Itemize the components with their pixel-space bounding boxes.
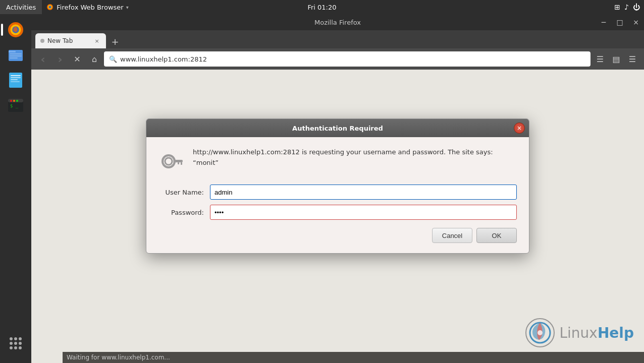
dock-firefox[interactable] <box>4 18 27 41</box>
top-bar: Activities Firefox Web Browser ▾ Fri 01:… <box>0 0 644 14</box>
svg-point-18 <box>10 100 12 102</box>
password-label: Password: <box>158 209 204 216</box>
activities-button[interactable]: Activities <box>0 0 42 14</box>
dialog-body: http://www.linuxhelp1.com:2812 is reques… <box>146 137 529 253</box>
apps-grid-icon <box>10 337 22 349</box>
key-icon-area <box>158 147 185 175</box>
tab-bar: New Tab × + <box>31 30 644 48</box>
bookmarks-icon[interactable]: ☰ <box>593 51 608 67</box>
linuxhelp-icon <box>525 318 555 348</box>
maximize-button[interactable]: □ <box>612 14 628 30</box>
show-applications-button[interactable] <box>4 332 27 355</box>
tab-loading-indicator <box>40 39 44 43</box>
svg-point-2 <box>49 6 51 9</box>
dialog-form: User Name: Password: <box>158 185 517 220</box>
window-controls: ─ □ × <box>596 14 644 30</box>
reader-view-icon[interactable]: ▤ <box>609 51 624 67</box>
svg-point-20 <box>16 100 18 102</box>
dialog-title: Authentication Required <box>292 125 383 132</box>
writer-dock-icon <box>7 71 25 89</box>
dialog-message-area: http://www.linuxhelp1.com:2812 is reques… <box>158 147 517 175</box>
auth-dialog: Authentication Required × <box>146 118 529 254</box>
browser-header: Mozilla Firefox ─ □ × New Tab × <box>31 14 644 70</box>
network-icon[interactable]: ⊞ <box>614 3 620 11</box>
top-bar-right-icons: ⊞ ♪ ⏻ <box>614 3 644 11</box>
firefox-menu-arrow: ▾ <box>126 5 129 10</box>
terminal-dock-icon: $ _ <box>7 96 25 114</box>
firefox-menu-label: Firefox Web Browser <box>57 4 123 11</box>
status-text: Waiting for www.linuxhelp1.com... <box>67 354 170 361</box>
svg-rect-8 <box>10 53 22 54</box>
menu-button[interactable]: ☰ <box>625 51 640 67</box>
svg-rect-10 <box>10 57 18 58</box>
back-button[interactable]: ‹ <box>35 51 50 67</box>
tab-close-button[interactable]: × <box>93 37 101 45</box>
new-tab-button[interactable]: + <box>108 34 122 48</box>
status-bar: Waiting for www.linuxhelp1.com... <box>63 352 644 363</box>
ok-button[interactable]: OK <box>476 228 517 243</box>
firefox-dock-icon <box>7 21 25 39</box>
minimize-button[interactable]: ─ <box>596 14 612 30</box>
svg-rect-7 <box>9 51 16 52</box>
title-bar: Mozilla Firefox ─ □ × <box>31 14 644 30</box>
browser-tab[interactable]: New Tab × <box>35 33 106 48</box>
browser-window: Mozilla Firefox ─ □ × New Tab × <box>31 14 644 363</box>
dock-files[interactable] <box>4 43 27 67</box>
firefox-app-menu[interactable]: Firefox Web Browser ▾ <box>42 0 132 14</box>
linuxhelp-text: LinuxHelp <box>559 325 634 341</box>
svg-text:$ _: $ _ <box>10 103 19 108</box>
volume-icon[interactable]: ♪ <box>624 3 629 11</box>
svg-rect-24 <box>174 160 183 162</box>
dialog-close-button[interactable]: × <box>514 123 525 134</box>
svg-rect-26 <box>178 162 179 164</box>
window-title: Mozilla Firefox <box>314 19 361 26</box>
password-row: Password: <box>158 205 517 220</box>
dialog-titlebar: Authentication Required × <box>146 119 529 137</box>
username-label: User Name: <box>158 189 204 196</box>
app-dock: $ _ <box>0 14 31 363</box>
close-window-button[interactable]: × <box>628 14 644 30</box>
svg-point-23 <box>165 158 172 165</box>
search-icon: 🔍 <box>109 55 117 63</box>
tab-label: New Tab <box>47 37 73 44</box>
svg-rect-12 <box>11 75 21 76</box>
svg-point-30 <box>538 330 543 335</box>
address-bar[interactable]: 🔍 www.linuxhelp1.com:2812 <box>104 51 591 67</box>
nav-right-icons: ☰ ▤ ☰ <box>593 51 640 67</box>
dock-writer[interactable] <box>4 69 27 92</box>
dialog-buttons: Cancel OK <box>158 228 517 243</box>
reload-button[interactable]: ✕ <box>70 51 85 67</box>
username-row: User Name: <box>158 185 517 200</box>
page-content: Authentication Required × <box>31 70 644 363</box>
svg-rect-15 <box>11 81 20 82</box>
address-text: www.linuxhelp1.com:2812 <box>120 55 585 63</box>
top-bar-clock: Fri 01:20 <box>307 4 336 11</box>
dialog-message-text: http://www.linuxhelp1.com:2812 is reques… <box>193 147 493 168</box>
key-icon <box>158 147 185 173</box>
svg-rect-9 <box>10 55 22 56</box>
navigation-bar: ‹ › ✕ ⌂ 🔍 www.linuxhelp1.com:2812 ☰ ▤ <box>31 48 644 70</box>
power-icon[interactable]: ⏻ <box>633 3 640 11</box>
svg-rect-13 <box>11 77 21 78</box>
cancel-button[interactable]: Cancel <box>432 228 472 243</box>
linuxhelp-logo: LinuxHelp <box>525 318 634 348</box>
username-input[interactable] <box>210 185 517 200</box>
forward-button[interactable]: › <box>52 51 68 67</box>
svg-rect-25 <box>181 162 182 165</box>
dock-terminal[interactable]: $ _ <box>4 94 27 117</box>
files-dock-icon <box>7 46 25 64</box>
home-button[interactable]: ⌂ <box>87 51 102 67</box>
firefox-menu-icon <box>46 3 54 11</box>
activities-label: Activities <box>6 4 36 11</box>
svg-rect-14 <box>11 79 18 80</box>
password-input[interactable] <box>210 205 517 220</box>
svg-point-19 <box>13 100 15 102</box>
